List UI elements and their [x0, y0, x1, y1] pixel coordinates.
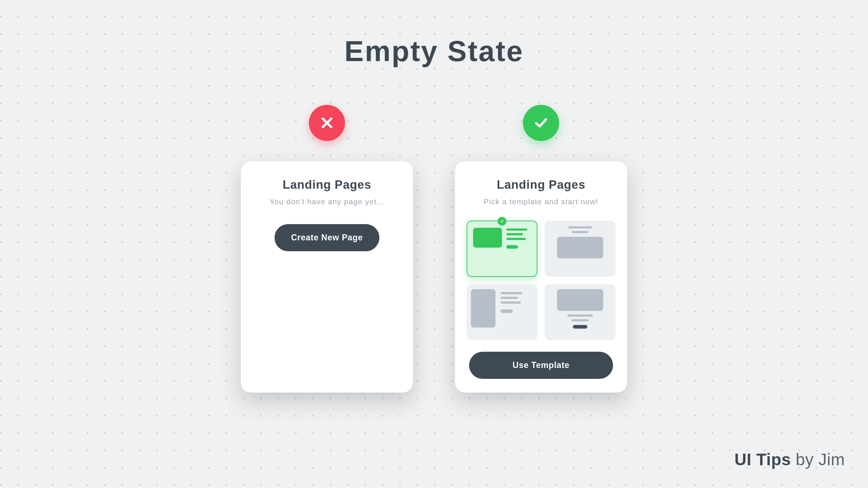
- check-icon: [523, 105, 559, 141]
- examples-row: Landing Pages You don't have any page ye…: [241, 105, 627, 393]
- template-option[interactable]: [467, 284, 537, 341]
- bad-example: Landing Pages You don't have any page ye…: [241, 105, 413, 393]
- create-new-page-button[interactable]: Create New Page: [275, 224, 380, 251]
- good-card-subtitle: Pick a template and start now!: [484, 197, 598, 206]
- template-thumbnail: [473, 228, 502, 248]
- template-placeholder-lines: [506, 227, 531, 249]
- bad-card: Landing Pages You don't have any page ye…: [241, 161, 413, 393]
- template-thumbnail: [471, 289, 495, 328]
- footer-brand: UI Tips: [735, 450, 791, 469]
- cross-icon: [309, 105, 345, 141]
- template-option[interactable]: [545, 221, 616, 277]
- use-template-button[interactable]: Use Template: [469, 352, 613, 379]
- page-title: Empty State: [0, 35, 868, 68]
- template-option-selected[interactable]: [467, 221, 537, 277]
- bad-card-subtitle: You don't have any page yet...: [269, 197, 384, 206]
- footer-author: by Jim: [791, 450, 845, 469]
- selected-check-icon: [498, 217, 506, 226]
- template-grid: [465, 221, 617, 340]
- good-card-title: Landing Pages: [497, 178, 585, 192]
- template-thumbnail: [557, 289, 603, 311]
- template-placeholder-lines: [501, 290, 522, 335]
- bad-card-title: Landing Pages: [282, 178, 371, 192]
- good-example: Landing Pages Pick a template and start …: [455, 105, 627, 393]
- template-option[interactable]: [545, 284, 616, 341]
- footer-attribution: UI Tips by Jim: [735, 450, 845, 469]
- good-card: Landing Pages Pick a template and start …: [455, 161, 627, 393]
- template-thumbnail: [557, 237, 603, 258]
